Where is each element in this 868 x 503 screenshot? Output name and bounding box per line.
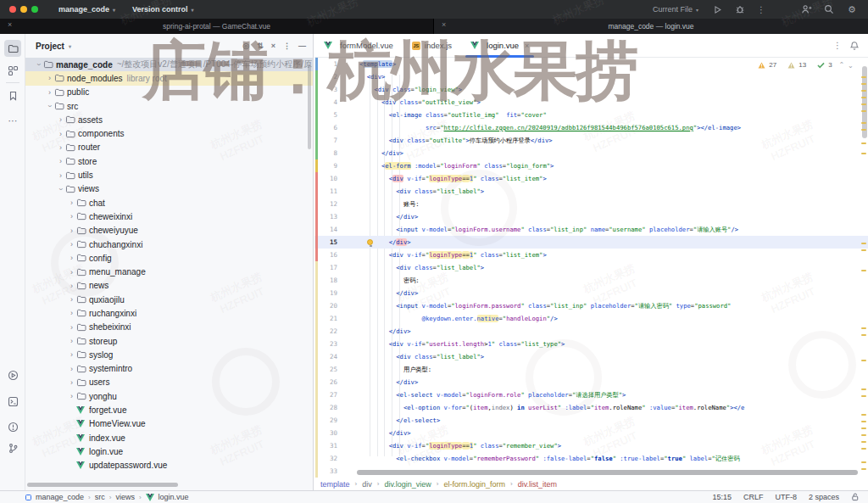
warning-stripe-mark[interactable] bbox=[861, 428, 866, 429]
warning-stripe-mark[interactable] bbox=[861, 110, 866, 112]
tree-item-store[interactable]: ›store bbox=[25, 154, 313, 168]
project-widget[interactable]: manage_code ▾ bbox=[50, 0, 124, 19]
code-line-32[interactable]: 32 <el-checkbox v-model="rememberPasswor… bbox=[314, 452, 868, 465]
warning-stripe-mark[interactable] bbox=[861, 249, 866, 251]
chevron-icon[interactable]: › bbox=[45, 74, 54, 82]
tree-item-public[interactable]: ›public bbox=[25, 86, 313, 99]
chevron-icon[interactable]: › bbox=[67, 282, 76, 290]
tree-item-config[interactable]: ›config bbox=[25, 251, 313, 265]
tree-item-chat[interactable]: ›chat bbox=[25, 196, 313, 210]
close-tab-icon[interactable]: × bbox=[525, 42, 529, 50]
tree-item-storeup[interactable]: ›storeup bbox=[25, 334, 313, 348]
chevron-icon[interactable]: › bbox=[57, 184, 65, 193]
breadcrumb-div.login_view[interactable]: div.login_view bbox=[384, 480, 431, 489]
debug-button[interactable] bbox=[734, 3, 746, 15]
hide-panel-icon[interactable]: — bbox=[298, 42, 306, 50]
code-line-1[interactable]: 1<template> bbox=[314, 58, 868, 70]
code-line-2[interactable]: 2 <div> bbox=[314, 70, 868, 83]
code-line-10[interactable]: 10 <div v-if="loginType==1" class="list_… bbox=[314, 172, 868, 185]
tab-index-js[interactable]: JS index.js bbox=[403, 34, 461, 57]
line-number[interactable]: 17 bbox=[318, 264, 337, 271]
code-line-27[interactable]: 27 <el-select v-model="loginForm.role" p… bbox=[314, 388, 868, 401]
breadcrumb-el-form.login_form[interactable]: el-form.login_form bbox=[443, 480, 505, 489]
project-tool-icon[interactable] bbox=[4, 40, 21, 57]
line-number[interactable]: 12 bbox=[318, 200, 337, 208]
chevron-icon[interactable]: › bbox=[67, 378, 76, 387]
warning-stripe-mark[interactable] bbox=[861, 122, 866, 124]
line-number[interactable]: 23 bbox=[318, 340, 337, 348]
minimize-window-icon[interactable] bbox=[20, 6, 27, 13]
status-path-manage_code[interactable]: manage_code bbox=[36, 493, 84, 501]
chevron-icon[interactable]: › bbox=[45, 88, 54, 97]
code-line-15[interactable]: 15 </div> bbox=[314, 236, 868, 249]
status-path-views[interactable]: views bbox=[115, 493, 135, 501]
tree-item-components[interactable]: ›components bbox=[25, 126, 313, 140]
editor-horizontal-scrollbar[interactable] bbox=[357, 470, 858, 475]
warning-stripe-mark[interactable] bbox=[861, 243, 866, 244]
line-number[interactable]: 8 bbox=[318, 149, 337, 157]
chevron-icon[interactable]: › bbox=[67, 365, 76, 373]
code-line-26[interactable]: 26 </div> bbox=[314, 376, 868, 388]
line-number[interactable]: 5 bbox=[318, 111, 337, 119]
tab-login-vue[interactable]: login.vue × bbox=[461, 34, 538, 57]
line-number[interactable]: 4 bbox=[318, 98, 337, 106]
expand-collapse-icon[interactable]: ⇅ bbox=[257, 42, 264, 50]
warning-stripe-mark[interactable] bbox=[861, 334, 866, 336]
chevron-icon[interactable]: › bbox=[56, 171, 65, 180]
chevron-icon[interactable]: › bbox=[67, 268, 76, 277]
tree-item-chuchangxinxi[interactable]: ›chuchangxinxi bbox=[25, 238, 313, 251]
tree-item-shebeixinxi[interactable]: ›shebeixinxi bbox=[25, 321, 313, 334]
breadcrumb-div[interactable]: div bbox=[362, 480, 372, 489]
warning-stripe-mark[interactable] bbox=[861, 461, 866, 463]
code-line-3[interactable]: 3 <div class="login_view"> bbox=[314, 83, 868, 96]
code-line-12[interactable]: 12 账号: bbox=[314, 198, 868, 210]
close-icon[interactable]: × bbox=[8, 20, 12, 29]
chevron-icon[interactable]: › bbox=[56, 130, 65, 138]
code-line-24[interactable]: 24 <div class="list_label"> bbox=[314, 350, 868, 363]
tree-item-node_modules[interactable]: ›node_moduleslibrary root bbox=[25, 71, 313, 85]
panel-options-icon[interactable]: ⋮ bbox=[283, 42, 291, 50]
tree-item-systemintro[interactable]: ›systemintro bbox=[25, 362, 313, 376]
code-line-7[interactable]: 7 <div class="outTilte">停车场预约小程序登录</div> bbox=[314, 134, 868, 147]
status-path-src[interactable]: src bbox=[95, 493, 105, 501]
code-line-21[interactable]: 21 @keydown.enter.native="handleLogin"/> bbox=[314, 312, 868, 325]
tree-item-quxiaojilu[interactable]: ›quxiaojilu bbox=[25, 293, 313, 306]
line-number[interactable]: 20 bbox=[318, 302, 337, 310]
line-number[interactable]: 25 bbox=[318, 366, 337, 373]
code-line-22[interactable]: 22 </div> bbox=[314, 325, 868, 338]
tree-item-users[interactable]: ›users bbox=[25, 376, 313, 389]
chevron-icon[interactable]: › bbox=[56, 115, 65, 124]
line-number[interactable]: 2 bbox=[318, 73, 337, 81]
status-path-login.vue[interactable]: login.vue bbox=[159, 493, 189, 501]
warning-stripe-mark[interactable] bbox=[861, 97, 866, 98]
line-number[interactable]: 10 bbox=[318, 175, 337, 182]
indent-widget[interactable]: 2 spaces bbox=[809, 493, 839, 501]
maximize-window-icon[interactable] bbox=[31, 6, 38, 13]
close-window-icon[interactable] bbox=[9, 6, 16, 13]
locate-file-icon[interactable]: ◎ bbox=[242, 42, 249, 50]
warning-stripe-mark[interactable] bbox=[861, 76, 866, 78]
line-number[interactable]: 31 bbox=[318, 442, 337, 450]
status-bar-path[interactable]: manage_code›src›views›login.vue bbox=[0, 493, 189, 501]
code-line-11[interactable]: 11 <div class="list_label"> bbox=[314, 185, 868, 198]
code-line-20[interactable]: 20 <input v-model="loginForm.password" c… bbox=[314, 299, 868, 312]
line-number[interactable]: 30 bbox=[318, 429, 337, 437]
chevron-icon[interactable]: › bbox=[67, 295, 76, 304]
line-number[interactable]: 3 bbox=[318, 86, 337, 93]
line-number[interactable]: 26 bbox=[318, 378, 337, 386]
chevron-icon[interactable]: › bbox=[67, 309, 76, 317]
code-line-14[interactable]: 14 <input v-model="loginForm.username" c… bbox=[314, 223, 868, 236]
intention-bulb-icon[interactable] bbox=[367, 239, 373, 245]
collapse-all-icon[interactable]: × bbox=[271, 42, 275, 50]
bookmarks-tool-icon[interactable] bbox=[4, 87, 21, 104]
line-number[interactable]: 29 bbox=[318, 416, 337, 424]
tree-item-views[interactable]: ›views bbox=[25, 182, 313, 196]
code-with-me-icon[interactable] bbox=[800, 3, 812, 15]
search-everywhere-icon[interactable] bbox=[823, 3, 835, 15]
warning-stripe-mark[interactable] bbox=[861, 103, 866, 105]
unlock-icon[interactable] bbox=[851, 493, 860, 501]
chevron-icon[interactable]: › bbox=[46, 102, 54, 111]
window-tab-login[interactable]: × manage_code — login.vue bbox=[434, 19, 868, 34]
tree-item-menu_manage[interactable]: ›menu_manage bbox=[25, 265, 313, 278]
encoding-widget[interactable]: UTF-8 bbox=[775, 493, 797, 501]
